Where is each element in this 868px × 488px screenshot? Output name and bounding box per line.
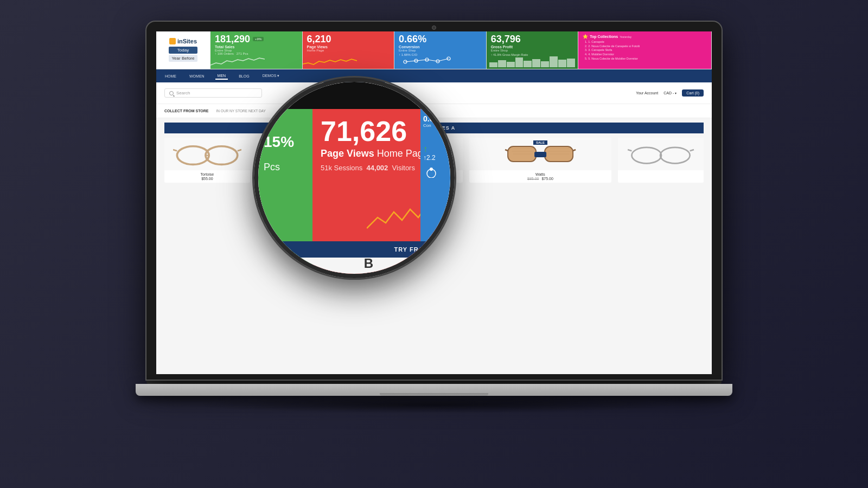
mag-visitors-label: Visitors bbox=[392, 164, 415, 172]
mag-banner: TRY FRAMES A bbox=[258, 241, 450, 258]
mag-con-label: Con bbox=[423, 123, 448, 128]
svg-line-8 bbox=[438, 59, 449, 61]
total-sales-tile: 181,290 +9% Total Sales Entire Shop ↑ 10… bbox=[210, 31, 303, 69]
mag-blue-partial: 0.6 bbox=[423, 114, 448, 123]
dashboard-bar: inSites Today Year Before 181,290 +9% bbox=[156, 31, 712, 69]
svg-point-37 bbox=[660, 147, 690, 163]
sale-badge: SALE bbox=[533, 140, 547, 145]
insites-icon bbox=[169, 38, 176, 44]
gross-profit-tile: 63,796 Gross Profit Entire Shop ↑ 41.9% … bbox=[487, 31, 579, 69]
svg-line-28 bbox=[573, 150, 576, 151]
conversion-sublabel: Entire Shop bbox=[399, 49, 482, 52]
total-sales-chart bbox=[210, 55, 265, 66]
tortoise-price: $55.00 bbox=[164, 177, 250, 183]
mag-sessions: 51k Sessions 44,002 Visitors bbox=[321, 164, 429, 172]
conversion-chart bbox=[394, 55, 459, 66]
laptop-foot bbox=[380, 393, 488, 396]
logo-text: inSites bbox=[169, 38, 197, 44]
svg-line-39 bbox=[628, 150, 631, 151]
gross-profit-sublabel: Entire Shop bbox=[491, 49, 574, 52]
today-btn[interactable]: Today bbox=[169, 47, 198, 54]
camera-dot bbox=[432, 25, 436, 30]
top-collections-title: ⭐ Top Collections Yesterday bbox=[583, 34, 707, 39]
dashboard-logo: inSites Today Year Before bbox=[156, 31, 210, 69]
conversion-label: Conversion bbox=[399, 45, 482, 49]
total-sales-subinfo: ↑ 106 Orders 271 Pcs bbox=[215, 52, 298, 55]
laptop-screen: inSites Today Year Before 181,290 +9% bbox=[156, 31, 712, 374]
top-collections-list: 1. Canapele 2. Noua Colectie de Canapele… bbox=[583, 40, 707, 61]
collection-item-5: 5. Noua Colectie de Mobilier Dormitor bbox=[588, 57, 707, 61]
laptop-shadow bbox=[190, 397, 678, 413]
svg-point-36 bbox=[632, 147, 662, 163]
collection-item-2: 2. Noua Colectie de Canapele si Fotolii bbox=[588, 44, 707, 49]
tortoise-glasses-svg bbox=[173, 142, 241, 166]
header-right: Your Account CAD - ▾ Cart (0) bbox=[636, 89, 704, 97]
white-glasses-svg bbox=[627, 142, 695, 166]
gross-profit-number: 63,796 bbox=[491, 34, 574, 45]
page-views-label: Page Views bbox=[307, 45, 390, 49]
nav-men[interactable]: MEN bbox=[215, 73, 228, 80]
cad-selector[interactable]: CAD - ▾ bbox=[663, 91, 676, 95]
page-views-chart bbox=[303, 55, 357, 66]
top-collections-label: Top Collections bbox=[590, 35, 618, 38]
mag-visitors-number: 44,002 bbox=[367, 164, 388, 172]
product-card-tortoise[interactable]: Tortoise $55.00 bbox=[164, 138, 250, 183]
nav-women[interactable]: WOMEN bbox=[187, 73, 207, 79]
nav-demos[interactable]: DEMOS ▾ bbox=[260, 73, 282, 79]
mag-blue-num2: ↑2.2 bbox=[423, 154, 448, 162]
watts-sale-price: $75.00 bbox=[541, 177, 553, 181]
mag-circle-indicator bbox=[423, 167, 439, 178]
logo-label: inSites bbox=[177, 38, 197, 44]
watts-price: $85.00 $75.00 bbox=[469, 177, 612, 183]
search-bar[interactable]: Search bbox=[164, 88, 262, 98]
magnifier-content: 15% Pcs 71,626 Page Views Home Page 51k … bbox=[258, 82, 450, 274]
top-collections-sublabel: Yesterday bbox=[620, 35, 631, 38]
watts-image: SALE bbox=[469, 138, 612, 170]
total-sales-badge: +9% bbox=[253, 37, 264, 41]
page-views-number: 6,210 bbox=[307, 34, 390, 45]
conversion-number: 0.66% bbox=[399, 34, 482, 45]
collect-store-link[interactable]: COLLECT FROM STORE bbox=[164, 108, 209, 114]
product-card-white[interactable] bbox=[618, 138, 704, 183]
cart-button[interactable]: Cart (0) bbox=[682, 89, 704, 97]
total-sales-label: Total Sales bbox=[215, 45, 298, 49]
laptop-wrapper: inSites Today Year Before 181,290 +9% bbox=[136, 22, 732, 466]
conversion-tile: 0.66% Conversion Entire Shop ↑ 1.68% C/O bbox=[394, 31, 487, 69]
nav-bar: HOME WOMEN MEN BLOG DEMOS ▾ bbox=[156, 69, 712, 82]
mag-page-views-label: Page Views Home Page bbox=[321, 148, 429, 159]
product-card-watts[interactable]: SALE Watts $85.00 $75.00 bbox=[469, 138, 612, 183]
gross-profit-label: Gross Profit bbox=[491, 45, 574, 49]
laptop-screen-outer: inSites Today Year Before 181,290 +9% bbox=[146, 22, 722, 380]
mag-big-number: 71,626 bbox=[321, 117, 429, 145]
year-before-btn[interactable]: Year Before bbox=[169, 55, 198, 62]
tortoise-name: Tortoise bbox=[164, 170, 250, 177]
svg-line-27 bbox=[505, 150, 508, 151]
mag-pcs: Pcs bbox=[264, 162, 307, 173]
svg-rect-35 bbox=[534, 152, 546, 157]
svg-point-42 bbox=[430, 168, 433, 171]
watts-glasses-svg bbox=[483, 142, 597, 166]
collection-item-3: 3. Canapele Stofa bbox=[588, 48, 707, 53]
cad-label: CAD - bbox=[663, 91, 674, 95]
account-link[interactable]: Your Account bbox=[636, 91, 658, 95]
chevron-down-icon: ▾ bbox=[675, 91, 676, 95]
collection-item-1: 1. Canapele bbox=[588, 40, 707, 44]
top-collections-tile: ⭐ Top Collections Yesterday 1. Canapele … bbox=[578, 31, 712, 69]
mag-banner-text: TRY FRAMES A bbox=[394, 246, 445, 253]
nav-blog[interactable]: BLOG bbox=[237, 73, 251, 79]
total-sales-number: 181,290 bbox=[215, 34, 250, 45]
mag-pv-bold: Page Views bbox=[321, 148, 374, 159]
watts-name: Watts bbox=[469, 170, 612, 177]
page-views-sublabel: Home Page bbox=[307, 49, 390, 52]
mag-b-text: B bbox=[364, 256, 373, 271]
svg-point-9 bbox=[177, 146, 209, 164]
svg-line-40 bbox=[690, 150, 694, 151]
nav-home[interactable]: HOME bbox=[163, 73, 178, 79]
white-glasses-image bbox=[618, 138, 704, 170]
svg-line-13 bbox=[238, 150, 241, 151]
collection-item-4: 4. Mobilier Dormitor bbox=[588, 53, 707, 57]
tortoise-image bbox=[164, 138, 250, 170]
mag-sessions-text: 51k Sessions bbox=[321, 164, 362, 172]
mag-blue-arrow: ↑ bbox=[423, 144, 448, 154]
watts-original-price: $85.00 bbox=[527, 177, 539, 181]
